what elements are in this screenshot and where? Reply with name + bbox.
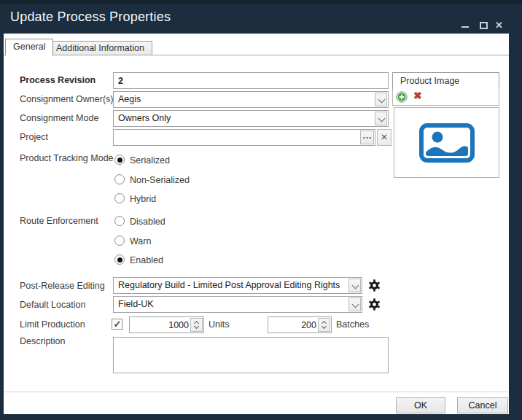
- update-process-properties-dialog: Update Process Properties ✕ General Addi…: [0, 0, 522, 420]
- radio-warn[interactable]: [114, 236, 125, 246]
- radio-disabled-label[interactable]: Disabled: [130, 217, 165, 227]
- radio-enabled-label[interactable]: Enabled: [130, 255, 163, 265]
- units-spinner-icon[interactable]: [190, 318, 203, 332]
- image-placeholder-icon: [419, 123, 475, 163]
- route-enforcement-label: Route Enforcement: [20, 216, 98, 226]
- units-stepper[interactable]: [129, 316, 204, 333]
- consignment-mode-label: Consignment Mode: [20, 113, 98, 123]
- radio-warn-label[interactable]: Warn: [130, 236, 151, 246]
- batches-stepper[interactable]: [268, 316, 332, 333]
- post-release-editing-gear-icon[interactable]: [368, 279, 381, 292]
- delete-image-icon[interactable]: ✖: [413, 90, 422, 101]
- project-clear-x-icon[interactable]: ✕: [377, 129, 392, 146]
- default-location-label: Default Location: [20, 300, 85, 310]
- default-location-select[interactable]: Field-UK: [113, 296, 362, 313]
- consignment-mode-value: Owners Only: [118, 111, 171, 126]
- window-top-edge: [0, 0, 522, 4]
- post-release-editing-value: Regulatory Build - Limited Post Approval…: [118, 278, 340, 293]
- radio-non-serialized-label[interactable]: Non-Serialized: [130, 175, 190, 185]
- consignment-mode-select[interactable]: Owners Only: [113, 110, 389, 127]
- limit-production-checkbox[interactable]: [112, 319, 122, 330]
- project-label: Project: [20, 132, 48, 142]
- chevron-down-icon[interactable]: [375, 112, 387, 125]
- radio-serialized[interactable]: [114, 155, 125, 165]
- limit-production-label: Limit Production: [20, 319, 85, 330]
- footer-divider: [4, 392, 509, 392]
- batches-spinner-icon[interactable]: [318, 318, 330, 332]
- process-revision-input[interactable]: [113, 72, 389, 89]
- chevron-down-icon[interactable]: [375, 93, 387, 106]
- minimize-icon[interactable]: [461, 26, 469, 28]
- window-title: Update Process Properties: [10, 9, 171, 25]
- product-image-header: Product Image: [392, 72, 499, 90]
- units-suffix-label: Units: [209, 319, 229, 330]
- tab-general[interactable]: General: [5, 39, 53, 55]
- description-textarea[interactable]: [113, 337, 389, 373]
- radio-non-serialized[interactable]: [114, 174, 125, 184]
- description-label: Description: [20, 336, 66, 346]
- default-location-gear-icon[interactable]: [368, 298, 381, 311]
- tab-additional-information[interactable]: Additional Information: [48, 41, 152, 55]
- consignment-owners-value: Aegis: [118, 92, 141, 107]
- add-image-icon[interactable]: [396, 91, 408, 103]
- radio-enabled[interactable]: [114, 254, 125, 265]
- batches-input[interactable]: [270, 318, 316, 332]
- process-revision-label: Process Revision: [20, 75, 96, 85]
- consignment-owners-label: Consignment Owner(s): [20, 94, 114, 104]
- product-image-toolbar: ✖: [392, 89, 499, 106]
- chevron-down-icon[interactable]: [348, 279, 361, 292]
- default-location-value: Field-UK: [118, 297, 154, 312]
- project-input[interactable]: [113, 129, 375, 146]
- radio-hybrid-label[interactable]: Hybrid: [130, 194, 156, 204]
- post-release-editing-label: Post-Release Editing: [20, 281, 105, 291]
- maximize-icon[interactable]: [480, 22, 488, 29]
- product-tracking-mode-label: Product Tracking Mode: [20, 153, 114, 163]
- radio-serialized-label[interactable]: Serialized: [130, 155, 170, 166]
- cancel-button[interactable]: Cancel: [457, 397, 508, 413]
- units-input[interactable]: [131, 318, 189, 332]
- ok-button[interactable]: OK: [396, 397, 445, 413]
- product-image-box[interactable]: [394, 107, 499, 178]
- project-browse-ellipsis-icon[interactable]: …: [360, 131, 374, 144]
- consignment-owners-select[interactable]: Aegis: [113, 91, 389, 108]
- tab-strip-divider: [4, 55, 509, 55]
- radio-hybrid[interactable]: [114, 193, 125, 203]
- post-release-editing-select[interactable]: Regulatory Build - Limited Post Approval…: [113, 277, 362, 294]
- chevron-down-icon[interactable]: [348, 298, 361, 311]
- close-icon[interactable]: ✕: [495, 20, 503, 31]
- radio-disabled[interactable]: [114, 216, 125, 226]
- batches-suffix-label: Batches: [336, 319, 369, 330]
